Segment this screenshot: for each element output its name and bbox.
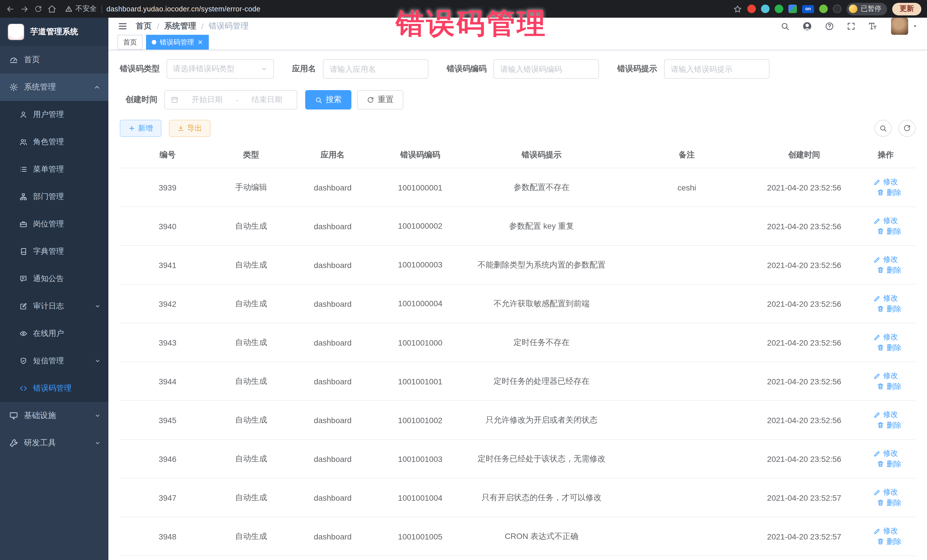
browser-extension-icon[interactable] [747,5,756,13]
cell-type: 手动编辑 [215,168,287,207]
toggle-search-icon[interactable] [874,120,892,137]
browser-extension-icon[interactable] [789,5,797,13]
start-date-placeholder: 开始日期 [183,95,231,105]
error-code-input[interactable] [494,59,599,79]
sidebar-item-notice[interactable]: 通知公告 [0,265,108,293]
sidebar-item-home[interactable]: 首页 [0,46,108,74]
delete-link[interactable]: 删除 [877,265,901,275]
edit-link[interactable]: 修改 [873,487,898,497]
sidebar-item-system[interactable]: 系统管理 [0,74,108,101]
reset-button[interactable]: 重置 [357,90,403,109]
browser-extension-on-badge[interactable]: on [802,5,814,13]
edit-link[interactable]: 修改 [873,216,898,226]
delete-link[interactable]: 删除 [877,420,901,430]
delete-link[interactable]: 删除 [877,381,901,392]
error-type-select[interactable]: 请选择错误码类型 [167,59,274,79]
delete-link[interactable]: 删除 [877,498,901,508]
sidebar-item-errcode[interactable]: 错误码管理 [0,375,108,402]
browser-extension-icon[interactable] [761,5,769,13]
browser-extension-icon[interactable] [833,5,842,13]
github-icon[interactable] [802,21,812,31]
paused-badge[interactable]: 已暂停 [846,3,887,15]
sidebar-item-user[interactable]: 用户管理 [0,101,108,128]
edit-link[interactable]: 修改 [873,332,898,342]
cell-error-hint: 定时任务不存在 [462,323,621,362]
table-row: 3944 自动生成 dashboard 1001001001 定时任务的处理器已… [120,362,916,401]
url-text: dashboard.yudao.iocoder.cn/system/error-… [106,5,260,13]
header-search-icon[interactable] [780,22,790,31]
sidebar-item-infra[interactable]: 基础设施 [0,402,108,429]
user-menu[interactable] [891,18,918,35]
plus-icon [128,125,135,132]
browser-extension-icon[interactable] [775,5,783,13]
sidebar-item-online[interactable]: 在线用户 [0,320,108,347]
cell-id: 3946 [120,439,215,478]
fullscreen-icon[interactable] [846,22,856,31]
edit-link[interactable]: 修改 [873,293,898,304]
browser-back-icon[interactable] [6,4,15,14]
tab-error-code-management[interactable]: 错误码管理 [146,35,209,50]
error-hint-input[interactable] [664,59,769,79]
edit-link[interactable]: 修改 [873,371,898,381]
edit-link[interactable]: 修改 [873,410,898,420]
close-icon[interactable] [198,39,203,45]
cell-created-time: 2021-04-20 23:52:56 [752,439,856,478]
sidebar-item-devtool[interactable]: 研发工具 [0,429,108,457]
breadcrumb-item-home[interactable]: 首页 [136,21,152,31]
delete-link[interactable]: 删除 [877,226,901,237]
browser-reload-icon[interactable] [34,5,42,13]
trash-icon [877,305,884,313]
edit-link[interactable]: 修改 [873,526,898,536]
cell-id: 3940 [120,207,215,246]
delete-link[interactable]: 删除 [877,304,901,314]
chevron-up-icon [94,84,100,91]
sidebar-item-menu-list[interactable]: 菜单管理 [0,156,108,183]
cell-app-name: dashboard [287,246,378,284]
edit-link[interactable]: 修改 [873,254,898,265]
refresh-table-icon[interactable] [898,120,916,137]
security-label: 不安全 [75,4,97,14]
sidebar-item-audit[interactable]: 审计日志 [0,293,108,320]
search-icon [315,96,322,103]
delete-link[interactable]: 删除 [877,459,901,469]
cell-type: 自动生成 [215,323,287,362]
tab-home[interactable]: 首页 [117,35,143,50]
help-icon[interactable] [825,22,834,31]
delete-link[interactable]: 删除 [877,187,901,197]
sidebar-item-sms[interactable]: 短信管理 [0,347,108,375]
address-bar[interactable]: 不安全 dashboard.yudao.iocoder.cn/system/er… [65,4,260,14]
font-size-icon[interactable] [868,22,877,31]
breadcrumb-item-system[interactable]: 系统管理 [164,21,196,31]
cell-error-hint: 不能删除类型为系统内置的参数配置 [462,246,621,284]
delete-link[interactable]: 删除 [877,536,901,546]
sidebar-item-post[interactable]: 岗位管理 [0,211,108,238]
sidebar-item-role[interactable]: 角色管理 [0,128,108,156]
cell-id: 3947 [120,478,215,517]
browser-forward-icon[interactable] [20,4,29,14]
trash-icon [877,266,884,274]
cell-app-name: dashboard [287,439,378,478]
delete-link[interactable]: 删除 [877,343,901,353]
export-button[interactable]: 导出 [169,120,211,137]
app-name-input[interactable] [323,59,429,79]
sidebar-item-dict[interactable]: 字典管理 [0,238,108,265]
sidebar-item-dept[interactable]: 部门管理 [0,183,108,211]
paused-label: 已暂停 [861,4,881,14]
online-icon [20,329,27,338]
app-logo[interactable]: 芋道管理系统 [0,18,108,46]
browser-update-button[interactable]: 更新 [892,3,921,15]
edit-link[interactable]: 修改 [873,177,898,187]
cell-type: 自动生成 [215,401,287,439]
date-range-picker[interactable]: 开始日期 - 结束日期 [164,90,297,109]
table-row: 3947 自动生成 dashboard 1001001004 只有开启状态的任务… [120,478,916,517]
bookmark-star-icon[interactable] [733,4,742,14]
add-button[interactable]: 新增 [120,120,161,137]
search-button[interactable]: 搜索 [305,90,351,109]
browser-extension-icon[interactable] [819,5,828,13]
hamburger-icon[interactable] [117,21,128,31]
warning-icon [65,5,73,12]
browser-home-icon[interactable] [47,4,56,14]
edit-link[interactable]: 修改 [873,448,898,458]
pencil-icon [873,450,881,457]
security-warning[interactable]: 不安全 [65,4,97,14]
